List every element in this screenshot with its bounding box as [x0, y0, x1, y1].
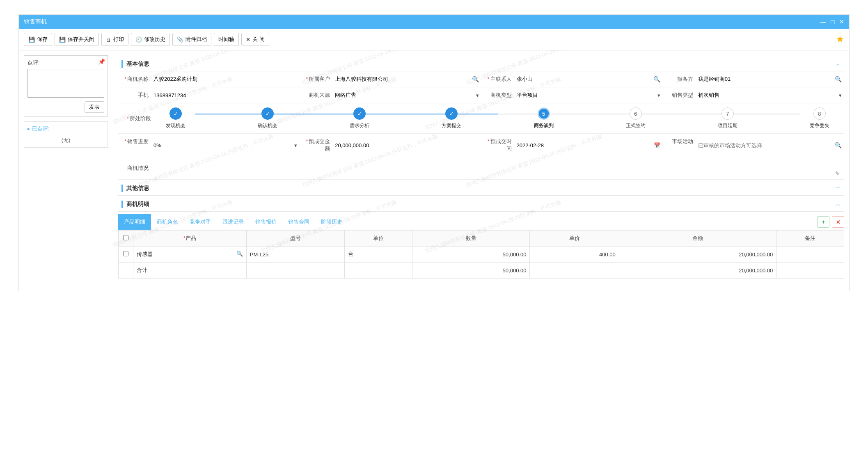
progress-select[interactable]	[153, 142, 293, 148]
timeline-button[interactable]: 时间轴	[214, 33, 239, 46]
cell-unit: 台	[345, 247, 412, 263]
col-qty: 数量	[412, 231, 530, 247]
search-icon[interactable]: 🔍	[835, 76, 842, 82]
close-icon[interactable]: ✕	[839, 18, 844, 25]
stage-tracker: ✓发现机会 ✓确认机会 ✓需求分析 ✓方案提交 5商务谈判 6正式签约 7项目延…	[153, 107, 842, 129]
total-label: 合计	[133, 263, 247, 279]
check-icon: ✓	[353, 107, 366, 120]
print-button[interactable]: 🖨打印	[101, 33, 128, 46]
modal-window: 销售商机 — ◻ ✕ 💾保存 💾保存并关闭 🖨打印 🕘修改历史 📎附件归档 时间…	[18, 14, 850, 291]
comments-header[interactable]: ▸ 已点评:	[27, 125, 104, 132]
name-input[interactable]	[153, 76, 297, 82]
left-pane: 📌 点评: 发表 ▸ 已点评: (无)	[19, 50, 113, 291]
search-icon[interactable]: 🔍	[236, 251, 243, 257]
stage-step[interactable]: ✓发现机会	[166, 107, 186, 129]
tab-stage-history[interactable]: 阶段历史	[315, 214, 348, 230]
check-icon: ✓	[169, 107, 182, 120]
expected-amount-input[interactable]	[335, 142, 479, 148]
save-icon: 💾	[28, 37, 35, 43]
section-other-header[interactable]: 其他信息 ﹀	[118, 181, 844, 196]
phone-label: 手机	[138, 92, 149, 98]
saletype-select[interactable]	[698, 92, 837, 98]
clock-icon: 🕘	[135, 37, 142, 43]
product-grid: *产品 型号 单位 数量 单价 金额 备注 传感器🔍 PM-L25 台	[118, 230, 844, 279]
tab-role[interactable]: 商机角色	[151, 214, 184, 230]
section-basic-header[interactable]: 基本信息 ︿	[118, 57, 844, 71]
expected-time-label: 预成交时间	[490, 138, 512, 152]
tab-followup[interactable]: 跟进记录	[217, 214, 250, 230]
attachment-button[interactable]: 📎附件归档	[172, 33, 211, 46]
row-checkbox[interactable]	[123, 251, 128, 256]
col-price: 单价	[530, 231, 619, 247]
save-button[interactable]: 💾保存	[24, 33, 52, 46]
calendar-icon[interactable]: 📅	[654, 142, 660, 148]
stage-step[interactable]: 6正式签约	[626, 107, 646, 129]
chevron-up-icon[interactable]: ︿	[836, 60, 841, 68]
customer-input[interactable]	[335, 76, 470, 82]
source-label: 商机来源	[309, 92, 330, 98]
search-icon[interactable]: 🔍	[653, 76, 660, 82]
stage-label: 所处阶段	[130, 115, 151, 121]
publish-button[interactable]: 发表	[85, 101, 104, 113]
stage-step[interactable]: ✓确认机会	[258, 107, 277, 129]
section-detail-header[interactable]: 商机明细 ︿	[118, 197, 844, 212]
form-row: 手机 商机来源 ▾ 商机类型 ▾ 销售类型 ▾	[118, 87, 844, 103]
tabs: 产品明细 商机角色 竞争对手 跟进记录 销售报价 销售合同 阶段历史 ＋ ✕	[118, 214, 844, 230]
maximize-icon[interactable]: ◻	[830, 18, 835, 25]
close-button[interactable]: ✕关 闭	[241, 33, 269, 46]
expected-time-input[interactable]	[517, 142, 652, 148]
source-select[interactable]	[335, 92, 474, 98]
tab-contract[interactable]: 销售合同	[282, 214, 315, 230]
add-row-button[interactable]: ＋	[817, 216, 829, 228]
stage-step[interactable]: ✓需求分析	[350, 107, 369, 129]
reporter-label: 报备方	[677, 76, 693, 82]
stage-step[interactable]: ✓方案提交	[442, 107, 461, 129]
market-input[interactable]	[698, 142, 833, 148]
col-product: 产品	[186, 235, 196, 241]
chevron-down-icon[interactable]: ▾	[657, 92, 660, 98]
delete-row-button[interactable]: ✕	[832, 216, 844, 228]
cell-amount: 20,000,000.00	[619, 247, 776, 263]
paperclip-icon: 📎	[177, 37, 183, 43]
contact-label: 主联系人	[490, 76, 512, 82]
type-select[interactable]	[517, 92, 656, 98]
tab-competitor[interactable]: 竞争对手	[184, 214, 217, 230]
chevron-down-icon[interactable]: ▾	[476, 92, 479, 98]
chevron-up-icon[interactable]: ︿	[836, 201, 841, 208]
search-icon[interactable]: 🔍	[835, 142, 842, 148]
reporter-input[interactable]	[698, 76, 833, 82]
chevron-down-icon[interactable]: ▾	[294, 142, 297, 148]
history-button[interactable]: 🕘修改历史	[131, 33, 170, 46]
close-icon: ✕	[246, 37, 250, 43]
search-icon[interactable]: 🔍	[472, 76, 479, 82]
col-remark: 备注	[776, 231, 844, 247]
tab-quotation[interactable]: 销售报价	[250, 214, 282, 230]
section-basic-title: 基本信息	[126, 60, 149, 68]
minimize-icon[interactable]: —	[820, 18, 826, 25]
form-row: *销售进度 ▾ *预成交金额 *预成交时间 📅 市场活动 🔍	[118, 134, 844, 157]
contact-input[interactable]	[517, 76, 652, 82]
stage-step[interactable]: 7项目延期	[718, 107, 737, 129]
situation-row: 商机情况 ✎	[118, 157, 844, 180]
star-icon[interactable]: ★	[836, 34, 844, 45]
phone-input[interactable]	[153, 92, 297, 98]
stage-step-current[interactable]: 5商务谈判	[534, 107, 554, 129]
chevron-down-icon[interactable]: ▾	[839, 92, 842, 98]
total-qty: 50,000.00	[412, 263, 530, 279]
edit-icon[interactable]: ✎	[835, 170, 840, 177]
pin-icon[interactable]: 📌	[98, 58, 105, 65]
tab-product-detail[interactable]: 产品明细	[118, 214, 151, 230]
comment-textarea[interactable]	[27, 69, 104, 98]
chevron-down-icon[interactable]: ﹀	[836, 185, 841, 192]
save-close-button[interactable]: 💾保存并关闭	[55, 33, 99, 46]
print-icon: 🖨	[106, 37, 111, 43]
type-label: 商机类型	[490, 92, 512, 98]
customer-label: 所属客户	[309, 76, 330, 82]
stage-step[interactable]: 8竞争丢失	[810, 107, 829, 129]
check-icon: ✓	[261, 107, 274, 120]
cell-price: 400.00	[530, 247, 619, 263]
stage-row: *所处阶段 ✓发现机会 ✓确认机会 ✓需求分析 ✓方案提交 5商务谈判 6正式签…	[118, 103, 844, 134]
select-all-checkbox[interactable]	[123, 235, 128, 240]
save-icon: 💾	[59, 37, 66, 43]
table-row[interactable]: 传感器🔍 PM-L25 台 50,000.00 400.00 20,000,00…	[119, 247, 844, 263]
